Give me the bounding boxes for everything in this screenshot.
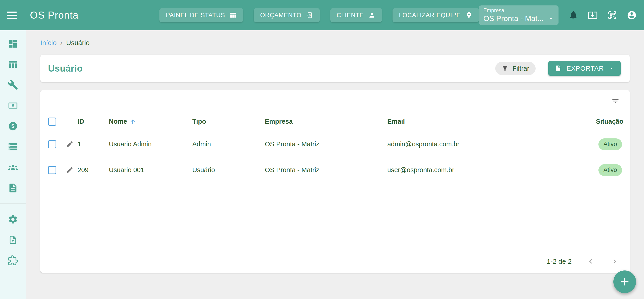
edit-row-button[interactable] xyxy=(66,166,74,174)
filter-funnel-icon xyxy=(502,65,508,72)
company-label: Empresa xyxy=(484,7,554,13)
sidebar-item-reports[interactable] xyxy=(8,183,18,193)
appbar-icons xyxy=(568,10,637,20)
breadcrumb-current: Usuário xyxy=(66,39,90,47)
install-app-button[interactable] xyxy=(588,10,598,20)
edit-pencil-icon xyxy=(66,166,74,174)
col-header-tipo[interactable]: Tipo xyxy=(192,118,265,125)
nav-label: PAINEL DE STATUS xyxy=(166,12,225,19)
qr-scanner-icon xyxy=(607,10,617,20)
nav-painel-de-status[interactable]: PAINEL DE STATUS xyxy=(160,8,243,22)
breadcrumb-home-link[interactable]: Início xyxy=(40,39,57,47)
sidebar-item-dashboard[interactable] xyxy=(8,38,18,49)
cell-nome: Usuario 001 xyxy=(109,166,192,174)
app-root: OS Pronta PAINEL DE STATUS ORÇAMENTO $ C… xyxy=(0,0,644,299)
nav-label: LOCALIZAR EQUIPE xyxy=(399,12,460,19)
hamburger-icon xyxy=(7,11,17,13)
export-button[interactable]: EXPORTAR xyxy=(548,61,621,76)
app-bar: OS Pronta PAINEL DE STATUS ORÇAMENTO $ C… xyxy=(0,0,644,30)
qr-scanner-button[interactable] xyxy=(607,10,618,20)
chevron-right-icon xyxy=(610,257,619,266)
nav-label: ORÇAMENTO xyxy=(260,12,301,19)
col-header-nome[interactable]: Nome xyxy=(109,118,192,125)
col-header-email[interactable]: Email xyxy=(387,118,596,125)
sidebar-item-import[interactable] xyxy=(8,235,18,245)
company-value: OS Pronta - Mat... xyxy=(484,14,544,23)
nav-localizar-equipe[interactable]: LOCALIZAR EQUIPE xyxy=(392,8,479,22)
plus-icon xyxy=(618,276,631,288)
filter-button[interactable]: Filtrar xyxy=(495,62,536,75)
sort-arrow-up-icon xyxy=(130,118,136,125)
notifications-button[interactable] xyxy=(568,10,578,20)
main-content: Início › Usuário Usuário Filtrar EXPORT xyxy=(26,30,644,299)
cell-nome: Usuario Admin xyxy=(109,140,192,148)
add-user-fab[interactable] xyxy=(614,271,636,293)
location-pin-icon xyxy=(465,11,472,19)
page-title: Usuário xyxy=(48,63,82,74)
col-header-id[interactable]: ID xyxy=(78,118,109,125)
status-badge: Ativo xyxy=(598,164,622,176)
table-header-row: ID Nome Tipo Empresa Email Situação xyxy=(40,112,630,131)
svg-text:$: $ xyxy=(308,13,311,17)
account-button[interactable] xyxy=(626,10,637,20)
person-icon xyxy=(368,11,376,19)
cell-id: 209 xyxy=(78,166,109,174)
table-row: 1 Usuario Admin Admin OS Pronta - Matriz… xyxy=(40,131,630,157)
sidebar-item-extensions[interactable] xyxy=(8,255,18,266)
money-bill-icon: $ xyxy=(8,100,18,111)
extensions-icon xyxy=(8,255,18,266)
select-all-checkbox[interactable] xyxy=(48,118,56,126)
pagination-range: 1-2 de 2 xyxy=(547,258,572,265)
settings-icon xyxy=(8,214,18,225)
title-card: Usuário Filtrar EXPORTAR xyxy=(40,55,630,82)
file-icon xyxy=(555,65,562,72)
pagination-prev-button[interactable] xyxy=(586,257,596,266)
table-toolbar xyxy=(40,90,630,112)
filter-list-icon xyxy=(611,97,620,105)
sidebar-item-finance[interactable]: $ xyxy=(8,121,18,131)
sidebar-item-billing[interactable]: $ xyxy=(8,100,18,111)
chevron-down-icon xyxy=(548,15,554,22)
list-icon xyxy=(8,142,18,152)
col-header-situacao[interactable]: Situação xyxy=(596,118,623,125)
menu-button[interactable] xyxy=(7,9,17,21)
table-chart-icon xyxy=(8,59,18,69)
sidebar-item-services[interactable] xyxy=(8,80,18,90)
sidebar-item-settings[interactable] xyxy=(8,214,18,225)
svg-text:$: $ xyxy=(11,123,14,129)
install-app-icon xyxy=(588,10,598,20)
sidebar-divider xyxy=(0,203,26,204)
table-pagination: 1-2 de 2 xyxy=(40,250,630,273)
nav-label: CLIENTE xyxy=(337,12,364,19)
file-upload-icon xyxy=(8,235,18,245)
edit-row-button[interactable] xyxy=(66,140,74,148)
cell-empresa: OS Pronta - Matriz xyxy=(265,166,387,174)
cell-tipo: Usuário xyxy=(192,166,265,174)
filter-label: Filtrar xyxy=(512,65,529,72)
sidebar-item-lists[interactable] xyxy=(8,142,18,152)
cell-id: 1 xyxy=(78,140,109,148)
sidebar-item-status-board[interactable] xyxy=(8,59,18,69)
notifications-icon xyxy=(568,10,578,20)
account-icon xyxy=(627,10,637,20)
breadcrumb: Início › Usuário xyxy=(40,39,630,47)
column-filter-button[interactable] xyxy=(610,96,621,106)
body: $ $ xyxy=(0,30,644,299)
svg-text:$: $ xyxy=(12,103,14,108)
sidebar-item-teams[interactable] xyxy=(8,162,18,173)
row-checkbox[interactable] xyxy=(48,166,56,174)
table-chart-icon xyxy=(230,11,237,19)
company-selector[interactable]: Empresa OS Pronta - Mat... xyxy=(479,5,559,25)
cell-empresa: OS Pronta - Matriz xyxy=(265,140,387,148)
col-header-empresa[interactable]: Empresa xyxy=(265,118,387,125)
app-title: OS Pronta xyxy=(30,9,78,21)
row-checkbox[interactable] xyxy=(48,140,56,148)
breadcrumb-separator: › xyxy=(60,39,62,47)
tools-icon xyxy=(8,80,18,90)
chevron-down-icon xyxy=(609,66,614,71)
pagination-next-button[interactable] xyxy=(610,257,620,266)
nav-cliente[interactable]: CLIENTE xyxy=(330,8,382,22)
nav-orcamento[interactable]: ORÇAMENTO $ xyxy=(254,8,320,22)
sidebar: $ $ xyxy=(0,30,26,299)
cell-email: user@ospronta.com.br xyxy=(387,166,596,174)
